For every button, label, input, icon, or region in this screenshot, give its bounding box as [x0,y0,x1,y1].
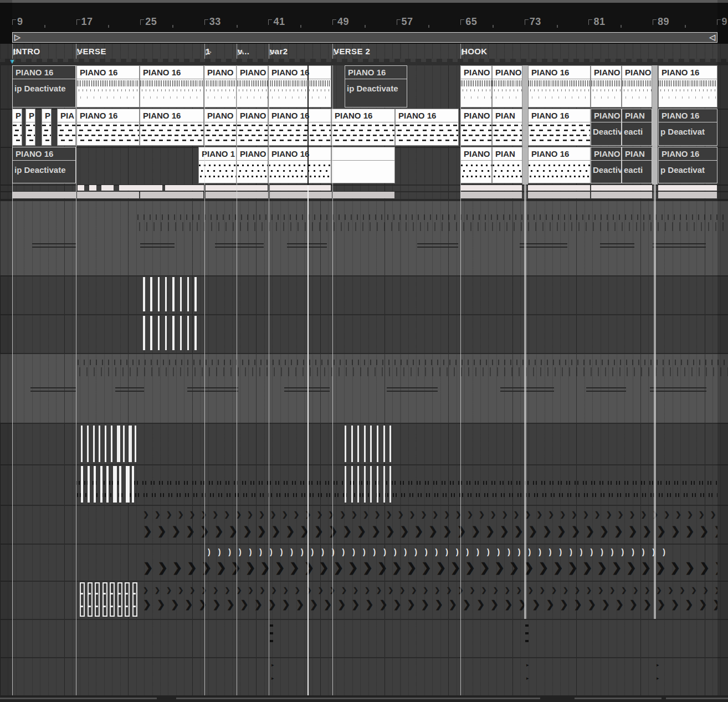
automation-lane-a-segment[interactable] [270,185,331,191]
clip-title[interactable] [332,147,394,161]
clip-body[interactable] [237,79,268,107]
clip[interactable]: PIANO 16 [658,65,717,107]
clip-title[interactable]: PIANO [461,147,491,161]
clip-title[interactable]: PIANO 16 [529,147,590,161]
clip-body[interactable]: p Deactivat [659,122,717,145]
clip-body[interactable] [13,122,22,145]
clip-body[interactable] [461,79,491,107]
clip-title[interactable]: PIANO 16 [269,66,331,79]
clip[interactable]: PIANeacti [622,147,652,183]
clip[interactable]: PIANO 16 [528,109,591,146]
clip-title[interactable]: PIANO 16 [237,66,268,79]
clip-body[interactable] [461,161,491,183]
clip[interactable]: PIANeacti [622,109,652,146]
clip-body[interactable] [461,122,491,145]
clip[interactable]: PIANO 16 [140,109,204,146]
clip-title[interactable]: PIANO [591,109,621,122]
clip[interactable]: PIANO 16 [528,65,591,107]
clip-title[interactable]: PIAN [622,147,652,161]
clip[interactable]: PIANO [460,147,492,183]
clip-title[interactable]: PIANO 16 [13,66,75,79]
clip[interactable]: PIANO 16 [395,109,459,146]
clip-body[interactable] [140,122,203,145]
automation-lane-a-segment[interactable] [165,185,204,191]
clip[interactable]: PIANO 16 [528,147,591,183]
clip[interactable]: PIANO 16 [268,109,331,146]
clip-body[interactable] [332,122,394,145]
clip[interactable]: PIANODeactiv [591,109,622,146]
clip[interactable]: PIA [57,109,76,146]
clip-title[interactable]: P [42,109,51,122]
marker-strip[interactable]: ▼ [0,59,728,65]
clip-title[interactable]: PIANO 16 [237,109,268,122]
clip-body[interactable] [237,161,268,183]
locator-row[interactable]: ▷INTRO▷VERSE▷1▷v...▷var2▷VERSE 2▷HOOK [0,44,728,59]
clip-title[interactable]: PIANO 16 [13,147,75,161]
clip-body[interactable] [42,122,51,145]
automation-lane-b-segment[interactable] [140,192,203,198]
clip-body[interactable] [396,122,458,145]
scrollbar-segment[interactable] [575,698,662,699]
clip[interactable]: PIANO 16 [237,109,268,146]
automation-lane-b-segment[interactable] [591,192,652,198]
clip-body[interactable] [529,161,590,183]
clip[interactable]: PIANO 16 [140,65,204,107]
scrub-area[interactable]: ▷◁ [0,32,728,44]
clip-title[interactable]: PIANO 16 [659,66,717,79]
clip-body[interactable] [529,122,590,145]
clip-title[interactable]: PIANO 16 [345,66,407,79]
clip[interactable]: PIANODeactiv [591,147,622,183]
clip-body[interactable] [237,122,268,145]
clip-title[interactable]: PIANO 16 [461,109,491,122]
clip-body[interactable] [529,79,590,107]
clip-body[interactable]: ip Deactivate [13,161,75,183]
clip[interactable]: PIANO 16p Deactivat [658,147,717,183]
automation-lane-b-segment[interactable] [12,192,76,198]
clip-title[interactable]: PIANO 16 [77,109,139,122]
clip-body[interactable] [493,79,522,107]
automation-lane-b-segment[interactable] [270,192,332,198]
clip-body[interactable] [269,79,331,107]
clip-title[interactable]: PIANO [591,147,621,161]
clip-body[interactable] [269,161,331,183]
clip-body[interactable] [332,161,394,183]
clip[interactable]: PIAN [492,109,522,146]
clip-body[interactable]: eacti [622,161,652,183]
scrollbar-segment[interactable] [0,698,157,699]
clip-title[interactable]: PIANO 16 [77,66,139,79]
clip-title[interactable]: PIAN [493,147,522,161]
clip[interactable]: PIANO 16ip Deactivate [345,65,407,107]
automation-lane-a-segment[interactable] [658,185,717,191]
clip[interactable] [331,147,395,183]
clip-title[interactable]: PIANO 16 [332,109,394,122]
clip[interactable]: P [12,109,22,146]
clip[interactable]: PIANO 16 [331,109,395,146]
clip-body[interactable] [591,79,621,107]
clip-title[interactable]: PIANO 16 [529,109,590,122]
clip-title[interactable]: PIAN [622,109,652,122]
clip[interactable]: PIANO 16 [460,109,492,146]
clip-title[interactable]: PIA [58,109,75,122]
clip-body[interactable] [493,161,522,183]
clip-title[interactable]: PIANO 16 [269,109,331,122]
clip-body[interactable]: Deactiv [591,122,621,145]
automation-lane-a-segment[interactable] [460,185,522,191]
clip-body[interactable] [204,122,236,145]
clip[interactable]: PIANO 16ip Deactivate [12,65,76,107]
automation-lane-a-segment[interactable] [89,185,96,191]
automation-lane-b-segment[interactable] [460,192,522,198]
scrollbar-segment[interactable] [666,698,728,699]
clip[interactable]: PIANO 16 [268,65,331,107]
automation-lane-a-segment[interactable] [528,185,590,191]
clip-body[interactable]: p Deactivat [659,161,717,183]
automation-lane-b-segment[interactable] [77,192,139,198]
loop-start-arrow-icon[interactable]: ▷ [14,33,20,42]
beat-time-ruler[interactable]: 9172533414957657381899 [0,3,728,32]
automation-lane-a-segment[interactable] [101,185,114,191]
automation-lane-a-segment[interactable] [78,185,84,191]
automation-lane-b-segment[interactable] [528,192,590,198]
automation-lane-b-segment[interactable] [658,192,717,198]
clip-title[interactable]: PIANO 16 [622,66,652,79]
clip[interactable]: P [42,109,52,146]
clip-title[interactable]: PIAN [493,109,522,122]
